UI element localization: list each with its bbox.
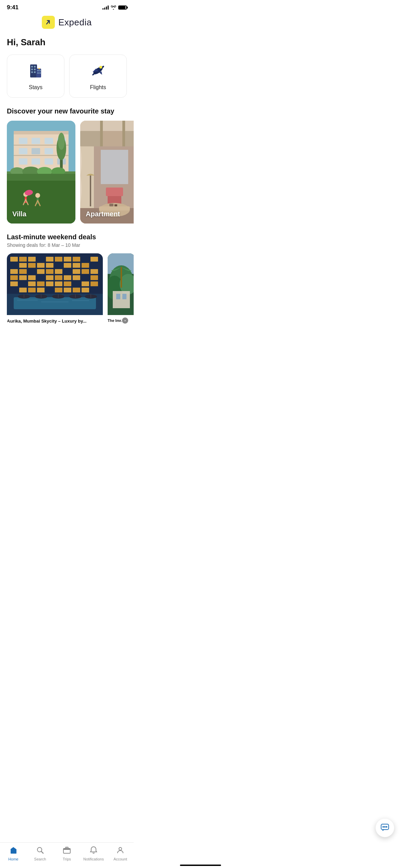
svg-rect-131	[19, 288, 27, 292]
svg-rect-128	[82, 281, 89, 286]
svg-rect-104	[46, 269, 53, 274]
svg-rect-132	[28, 288, 36, 292]
svg-rect-107	[73, 269, 80, 274]
svg-rect-92	[28, 263, 36, 268]
deals-subtitle: Showing deals for: 8 Mar – 10 Mar	[0, 242, 134, 253]
svg-rect-65	[106, 188, 123, 196]
logo: Expedia	[42, 16, 92, 29]
svg-rect-160	[121, 267, 122, 288]
svg-rect-71	[114, 204, 117, 206]
svg-rect-151	[90, 294, 91, 298]
apartment-image	[80, 121, 134, 224]
chat-expand-dot[interactable]: •	[122, 317, 128, 324]
apartment-card[interactable]: Apartment	[80, 121, 134, 224]
stays-label: Stays	[29, 84, 42, 91]
svg-rect-93	[37, 263, 45, 268]
svg-rect-58	[122, 121, 125, 148]
svg-rect-106	[64, 269, 71, 274]
deal-1-name: Aurika, Mumbai Skycity – Luxury by...	[7, 315, 103, 325]
villa-card[interactable]: Villa	[7, 121, 75, 224]
svg-rect-121	[19, 281, 27, 286]
svg-rect-56	[125, 131, 134, 146]
svg-rect-21	[45, 138, 53, 144]
svg-rect-109	[90, 269, 98, 274]
svg-rect-110	[10, 275, 18, 280]
deal-card-2[interactable]: The Imr...	[108, 253, 134, 325]
svg-rect-24	[32, 148, 40, 154]
svg-rect-133	[37, 288, 45, 292]
svg-rect-3	[31, 66, 33, 68]
svg-rect-114	[46, 275, 53, 280]
svg-point-35	[58, 133, 65, 150]
svg-rect-161	[113, 291, 130, 308]
svg-rect-4	[34, 66, 36, 68]
stay-type-scroll[interactable]: Villa	[0, 121, 134, 233]
status-time: 9:41	[7, 4, 19, 11]
svg-rect-154	[72, 300, 89, 301]
svg-rect-88	[82, 257, 89, 262]
deal-image-1	[7, 253, 103, 315]
svg-rect-8	[34, 71, 36, 73]
category-cards: Stays Flights	[0, 55, 134, 107]
header: Expedia	[0, 13, 134, 34]
svg-rect-84	[46, 257, 53, 262]
svg-rect-145	[41, 294, 41, 298]
svg-rect-72	[90, 176, 91, 206]
svg-rect-100	[10, 269, 18, 274]
flights-card[interactable]: Flights	[69, 55, 127, 98]
svg-rect-125	[55, 281, 62, 286]
svg-rect-28	[32, 158, 40, 165]
status-bar: 9:41	[0, 0, 134, 13]
svg-rect-127	[73, 281, 80, 286]
svg-rect-149	[75, 294, 76, 298]
svg-rect-138	[82, 288, 89, 292]
svg-rect-134	[46, 288, 53, 292]
deal-image-2	[108, 253, 134, 315]
battery-icon	[118, 5, 127, 10]
svg-rect-6	[34, 69, 36, 70]
logo-text: Expedia	[58, 17, 92, 28]
greeting-section: Hi, Sarah	[0, 34, 134, 55]
discover-title: Discover your new favourite stay	[0, 107, 134, 121]
svg-rect-122	[28, 281, 36, 286]
svg-rect-103	[37, 269, 45, 274]
svg-rect-153	[41, 301, 69, 302]
svg-rect-23	[19, 148, 27, 154]
svg-rect-86	[64, 257, 71, 262]
svg-rect-147	[58, 294, 59, 298]
svg-rect-119	[90, 275, 98, 280]
svg-rect-20	[32, 138, 40, 144]
svg-rect-70	[109, 204, 113, 206]
logo-icon	[42, 16, 55, 29]
svg-rect-80	[10, 257, 18, 262]
svg-rect-83	[37, 257, 45, 262]
svg-rect-136	[64, 288, 71, 292]
svg-rect-163	[122, 294, 126, 299]
wifi-icon	[111, 5, 116, 10]
stays-card[interactable]: Stays	[7, 55, 64, 98]
svg-rect-98	[82, 263, 89, 268]
svg-rect-94	[46, 263, 53, 268]
deal-card-1[interactable]: Aurika, Mumbai Skycity – Luxury by...	[7, 253, 103, 325]
svg-rect-97	[73, 263, 80, 268]
svg-point-48	[35, 193, 40, 198]
svg-rect-81	[19, 257, 27, 262]
deals-scroll[interactable]: Aurika, Mumbai Skycity – Luxury by...	[0, 253, 134, 352]
svg-rect-7	[31, 71, 33, 73]
svg-rect-5	[31, 69, 33, 70]
svg-rect-82	[28, 257, 36, 262]
svg-rect-9	[37, 70, 39, 71]
svg-rect-143	[24, 294, 24, 298]
svg-rect-139	[90, 288, 98, 292]
svg-rect-57	[100, 121, 103, 148]
svg-rect-102	[28, 269, 36, 274]
deal-2-name: The Imr...	[108, 315, 134, 324]
villa-label: Villa	[12, 210, 26, 218]
svg-rect-25	[45, 148, 53, 154]
svg-rect-91	[19, 263, 27, 268]
svg-rect-10	[39, 70, 41, 71]
svg-rect-101	[19, 269, 27, 274]
svg-rect-118	[82, 275, 89, 280]
svg-rect-115	[55, 275, 62, 280]
svg-rect-85	[55, 257, 62, 262]
